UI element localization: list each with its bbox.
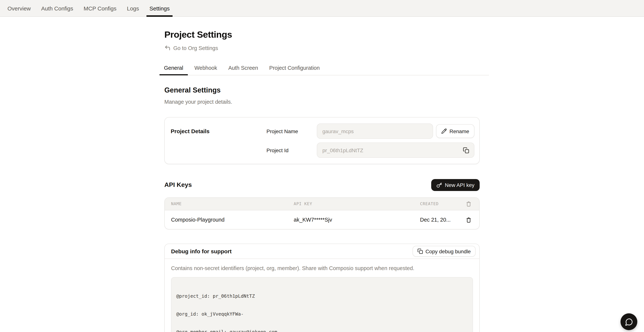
- pencil-icon: [441, 128, 447, 134]
- tab-general[interactable]: General: [160, 65, 188, 75]
- chat-fab-button[interactable]: [620, 313, 637, 330]
- trash-icon: [466, 201, 472, 207]
- column-header-actions: [456, 201, 479, 207]
- project-details-fields: Project Name gaurav_mcps Rename: [266, 124, 474, 158]
- corner-up-left-icon: [164, 45, 171, 51]
- code-line: @org_id: ok_jVveqqkYFWa-: [176, 311, 468, 317]
- table-row: Composio-Playground ak_KW7*****Sjv Dec 2…: [165, 210, 479, 229]
- project-id-field[interactable]: pr_06th1pLdNtTZ: [317, 143, 474, 158]
- column-header-api-key: API KEY: [294, 201, 420, 206]
- debug-info-card: Debug info for support Copy debug bundle…: [164, 244, 480, 332]
- tab-webhook[interactable]: Webhook: [190, 65, 222, 75]
- page-header: Project Settings Go to Org Settings: [164, 17, 480, 53]
- rename-button[interactable]: Rename: [436, 124, 474, 138]
- api-keys-table-header: NAME API KEY CREATED: [165, 198, 479, 210]
- api-key-value-cell: ak_KW7*****Sjv: [294, 217, 420, 223]
- copy-icon: [463, 147, 469, 153]
- copy-icon: [417, 248, 423, 254]
- nav-item-auth-configs[interactable]: Auth Configs: [38, 0, 76, 17]
- column-header-name: NAME: [165, 201, 294, 206]
- content-column: Project Settings Go to Org Settings Gene…: [160, 17, 489, 332]
- debug-code-block: @project_id: pr_06th1pLdNtTZ @org_id: ok…: [171, 277, 473, 332]
- api-key-created-cell: Dec 21, 20...: [420, 217, 456, 223]
- nav-item-logs[interactable]: Logs: [124, 0, 142, 17]
- code-line: @project_id: pr_06th1pLdNtTZ: [176, 293, 468, 299]
- rename-label: Rename: [450, 128, 469, 134]
- nav-item-mcp-configs[interactable]: MCP Configs: [81, 0, 120, 17]
- tab-project-configuration[interactable]: Project Configuration: [265, 65, 324, 75]
- project-name-field[interactable]: gaurav_mcps: [317, 124, 433, 139]
- column-header-created: CREATED: [420, 201, 456, 206]
- go-to-org-settings-label: Go to Org Settings: [173, 45, 218, 51]
- copy-project-id-button[interactable]: [462, 146, 470, 154]
- project-name-row: Project Name gaurav_mcps Rename: [266, 124, 474, 139]
- nav-item-overview[interactable]: Overview: [4, 0, 34, 17]
- project-details-heading: Project Details: [171, 124, 266, 158]
- key-icon: [436, 182, 442, 188]
- tab-auth-screen[interactable]: Auth Screen: [224, 65, 262, 75]
- project-id-value: pr_06th1pLdNtTZ: [322, 147, 363, 153]
- debug-card-title: Debug info for support: [171, 248, 232, 254]
- new-api-key-label: New API key: [445, 182, 474, 188]
- debug-note: Contains non-secret identifiers (project…: [171, 265, 473, 271]
- api-keys-table: NAME API KEY CREATED Composio-Playground…: [164, 197, 480, 229]
- chat-bubble-icon: [625, 318, 633, 326]
- settings-tabs: General Webhook Auth Screen Project Conf…: [160, 65, 489, 75]
- delete-api-key-button[interactable]: [466, 217, 472, 223]
- go-to-org-settings-link[interactable]: Go to Org Settings: [164, 45, 218, 51]
- general-tab-panel: General Settings Manage your project det…: [164, 86, 480, 332]
- general-settings-heading: General Settings: [164, 86, 480, 95]
- trash-icon: [466, 217, 472, 223]
- debug-card-header: Debug info for support Copy debug bundle: [165, 244, 479, 259]
- project-details-card: Project Details Project Name gaurav_mcps…: [164, 117, 480, 164]
- api-keys-heading: API Keys: [164, 181, 192, 189]
- general-settings-subheading: Manage your project details.: [164, 99, 480, 105]
- api-key-name-cell: Composio-Playground: [165, 217, 294, 223]
- page-title: Project Settings: [164, 30, 480, 40]
- code-line: @org_member_email: gaurav@inkeep.com: [176, 329, 468, 332]
- top-nav: Overview Auth Configs MCP Configs Logs S…: [0, 0, 644, 17]
- nav-item-settings[interactable]: Settings: [146, 0, 172, 17]
- project-name-label: Project Name: [266, 128, 317, 134]
- copy-debug-bundle-button[interactable]: Copy debug bundle: [412, 246, 476, 257]
- api-key-actions-cell: [456, 217, 479, 223]
- copy-debug-bundle-label: Copy debug bundle: [426, 248, 471, 254]
- page: Overview Auth Configs MCP Configs Logs S…: [0, 0, 644, 332]
- project-id-label: Project Id: [266, 147, 317, 153]
- project-id-row: Project Id pr_06th1pLdNtTZ: [266, 143, 474, 158]
- api-keys-header: API Keys New API key: [164, 179, 480, 191]
- new-api-key-button[interactable]: New API key: [431, 179, 480, 191]
